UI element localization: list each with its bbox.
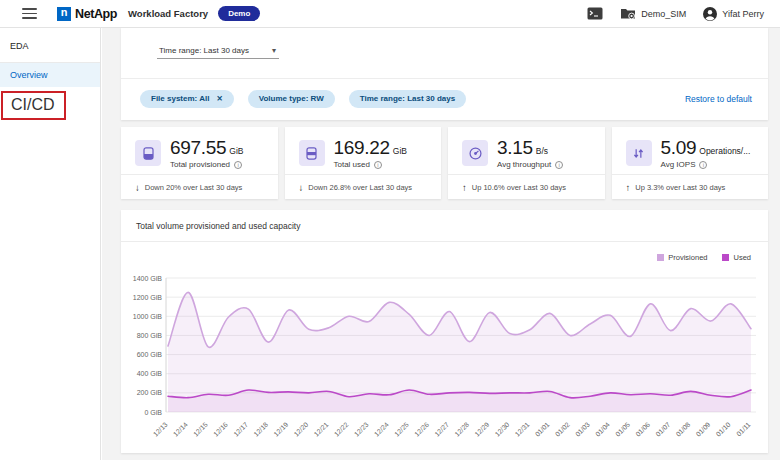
svg-text:01/08: 01/08: [674, 421, 691, 438]
card-avg-iops: 5.09 Operations/... Avg IOPS ↑ Up 3.3% o…: [612, 127, 769, 199]
svg-text:12/13: 12/13: [152, 421, 169, 438]
svg-text:12/15: 12/15: [192, 421, 209, 438]
chip-file-system[interactable]: File system: All: [140, 90, 234, 108]
svg-text:200 GiB: 200 GiB: [137, 389, 163, 396]
card-total-used: 169.22 GiB Total used ↓ Down 26.8% over …: [285, 127, 442, 199]
time-range-select-value: Time range: Last 30 days: [159, 46, 249, 55]
svg-text:01/11: 01/11: [735, 421, 752, 438]
svg-text:01/09: 01/09: [695, 421, 712, 438]
trend-up-icon: ↑: [626, 182, 631, 193]
chevron-down-icon: [272, 46, 276, 55]
time-range-select[interactable]: Time range: Last 30 days: [157, 44, 279, 59]
select-row: Time range: Last 30 days: [121, 28, 768, 79]
metric-cards-row: 697.55 GiB Total provisioned ↓ Down 20% …: [121, 127, 768, 199]
svg-text:12/17: 12/17: [232, 421, 249, 438]
svg-text:01/07: 01/07: [654, 421, 671, 438]
card-avg-throughput: 3.15 B/s Avg throughput ↑ Up 10.6% over …: [448, 127, 605, 199]
svg-text:12/29: 12/29: [473, 421, 490, 438]
user-icon: [703, 7, 717, 21]
svg-text:12/30: 12/30: [493, 421, 510, 438]
trend-text: Up 10.6% over Last 30 days: [472, 183, 566, 192]
used-swatch: [722, 254, 729, 261]
chip-volume-type[interactable]: Volume type: RW: [248, 90, 335, 108]
metric-label: Avg IOPS: [661, 160, 696, 169]
legend-item-provisioned: Provisioned: [657, 251, 707, 264]
info-icon[interactable]: [555, 161, 563, 169]
annotation-highlight-box: CI/CD: [1, 91, 66, 120]
info-icon[interactable]: [234, 161, 242, 169]
svg-text:12/28: 12/28: [453, 421, 470, 438]
metric-value: 5.09: [661, 137, 697, 159]
svg-text:1400 GiB: 1400 GiB: [133, 275, 163, 282]
svg-text:12/18: 12/18: [252, 421, 269, 438]
filter-chips-row: File system: All Volume type: RW Time ra…: [121, 79, 768, 119]
metric-unit: GiB: [393, 146, 407, 156]
user-name: Yifat Perry: [722, 9, 764, 19]
product-title: Workload Factory: [128, 8, 208, 19]
metric-unit: Operations/...: [699, 146, 750, 156]
svg-text:0 GiB: 0 GiB: [144, 409, 162, 416]
terminal-button[interactable]: [587, 7, 603, 20]
terminal-icon: [587, 7, 603, 20]
svg-text:1000 GiB: 1000 GiB: [133, 313, 163, 320]
demo-badge: Demo: [218, 6, 260, 21]
metric-label: Total used: [334, 160, 370, 169]
workspace-name: Demo_SIM: [641, 9, 686, 19]
chip-volume-type-label: Volume type: RW: [259, 94, 324, 103]
svg-text:01/02: 01/02: [554, 421, 571, 438]
svg-text:600 GiB: 600 GiB: [137, 351, 163, 358]
metric-label: Avg throughput: [497, 160, 551, 169]
info-icon[interactable]: [374, 161, 382, 169]
svg-text:12/19: 12/19: [272, 421, 289, 438]
svg-text:01/03: 01/03: [574, 421, 591, 438]
restore-to-default-link[interactable]: Restore to default: [685, 94, 752, 104]
metric-value: 3.15: [497, 137, 533, 159]
svg-text:01/06: 01/06: [634, 421, 651, 438]
menu-icon[interactable]: [22, 8, 37, 19]
netapp-logo: [57, 7, 71, 21]
main-content: Time range: Last 30 days File system: Al…: [102, 28, 780, 460]
chip-file-system-label: File system: All: [151, 94, 209, 103]
svg-text:800 GiB: 800 GiB: [137, 332, 163, 339]
sidebar-item-overview[interactable]: Overview: [0, 63, 100, 87]
filter-panel: Time range: Last 30 days File system: Al…: [121, 28, 768, 120]
chip-time-range-label: Time range: Last 30 days: [360, 94, 455, 103]
sidebar-item-cicd[interactable]: CI/CD: [11, 96, 55, 113]
svg-text:12/14: 12/14: [172, 421, 189, 438]
capacity-area-chart: 0 GiB200 GiB400 GiB600 GiB800 GiB1000 Gi…: [126, 264, 764, 446]
remove-icon[interactable]: [216, 94, 222, 103]
legend-label: Used: [733, 253, 751, 262]
chip-time-range[interactable]: Time range: Last 30 days: [349, 90, 466, 108]
svg-text:12/31: 12/31: [514, 421, 531, 438]
trend-down-icon: ↓: [135, 182, 140, 193]
sidebar-item-eda[interactable]: EDA: [0, 28, 100, 63]
svg-text:01/05: 01/05: [614, 421, 631, 438]
trend-up-icon: ↑: [462, 182, 467, 193]
storage-provisioned-icon: [135, 140, 161, 166]
info-icon[interactable]: [699, 161, 707, 169]
metric-label: Total provisioned: [170, 160, 230, 169]
throughput-gauge-icon: [462, 140, 488, 166]
metric-value: 697.55: [170, 137, 226, 159]
svg-text:400 GiB: 400 GiB: [137, 370, 163, 377]
svg-text:01/01: 01/01: [534, 421, 551, 438]
trend-text: Up 3.3% over Last 30 days: [635, 183, 725, 192]
svg-text:01/10: 01/10: [715, 421, 732, 438]
user-menu[interactable]: Yifat Perry: [703, 7, 764, 21]
svg-text:12/16: 12/16: [212, 421, 229, 438]
legend-label: Provisioned: [668, 253, 707, 262]
brand-name: NetApp: [75, 7, 117, 21]
workspace-icon: [620, 7, 636, 20]
iops-arrows-icon: [626, 140, 652, 166]
svg-text:12/21: 12/21: [313, 421, 330, 438]
storage-used-icon: [299, 140, 325, 166]
capacity-chart-card: Total volume provisioned and used capaci…: [121, 210, 768, 453]
svg-text:12/24: 12/24: [373, 421, 390, 438]
workspace-selector[interactable]: Demo_SIM: [620, 7, 686, 20]
svg-text:12/26: 12/26: [413, 421, 430, 438]
legend-item-used: Used: [722, 251, 751, 264]
svg-text:12/20: 12/20: [292, 421, 309, 438]
metric-value: 169.22: [334, 137, 390, 159]
svg-text:12/23: 12/23: [353, 421, 370, 438]
provisioned-swatch: [657, 254, 664, 261]
